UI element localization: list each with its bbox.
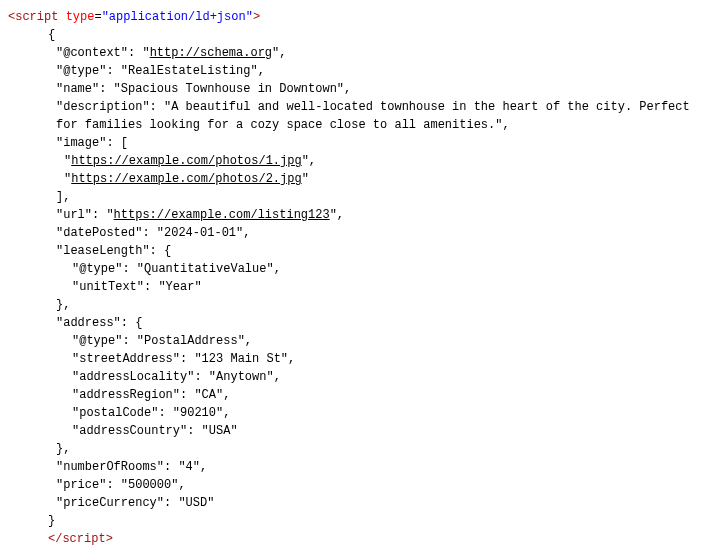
url-link: http://schema.org xyxy=(150,46,272,60)
code-line: }, xyxy=(8,440,706,458)
code-line: "postalCode": "90210", xyxy=(8,404,706,422)
code-line: "leaseLength": { xyxy=(8,242,706,260)
url-link: https://example.com/listing123 xyxy=(114,208,330,222)
code-line: } xyxy=(8,512,706,530)
code-line: ], xyxy=(8,188,706,206)
code-line: "@type": "RealEstateListing", xyxy=(8,62,706,80)
code-line: "@type": "QuantitativeValue", xyxy=(8,260,706,278)
url-link: https://example.com/photos/2.jpg xyxy=(71,172,301,186)
code-line: "description": "A beautiful and well-loc… xyxy=(8,98,706,116)
code-line: <script type="application/ld+json"> xyxy=(8,8,706,26)
code-line: "addressCountry": "USA" xyxy=(8,422,706,440)
code-line: "unitText": "Year" xyxy=(8,278,706,296)
code-line: for families looking for a cozy space cl… xyxy=(8,116,706,134)
code-line: }, xyxy=(8,296,706,314)
code-line: "name": "Spacious Townhouse in Downtown"… xyxy=(8,80,706,98)
code-line: "numberOfRooms": "4", xyxy=(8,458,706,476)
code-line: "addressLocality": "Anytown", xyxy=(8,368,706,386)
code-line: { xyxy=(8,26,706,44)
code-line: "price": "500000", xyxy=(8,476,706,494)
code-line: "addressRegion": "CA", xyxy=(8,386,706,404)
code-line: "datePosted": "2024-01-01", xyxy=(8,224,706,242)
code-line: "url": "https://example.com/listing123", xyxy=(8,206,706,224)
code-line: "address": { xyxy=(8,314,706,332)
code-line: </script> xyxy=(8,530,706,548)
code-line: "@type": "PostalAddress", xyxy=(8,332,706,350)
code-block: <script type="application/ld+json">{"@co… xyxy=(8,8,706,548)
code-line: "https://example.com/photos/2.jpg" xyxy=(8,170,706,188)
code-line: "streetAddress": "123 Main St", xyxy=(8,350,706,368)
code-line: "https://example.com/photos/1.jpg", xyxy=(8,152,706,170)
code-line: "priceCurrency": "USD" xyxy=(8,494,706,512)
url-link: https://example.com/photos/1.jpg xyxy=(71,154,301,168)
code-line: "image": [ xyxy=(8,134,706,152)
code-line: "@context": "http://schema.org", xyxy=(8,44,706,62)
